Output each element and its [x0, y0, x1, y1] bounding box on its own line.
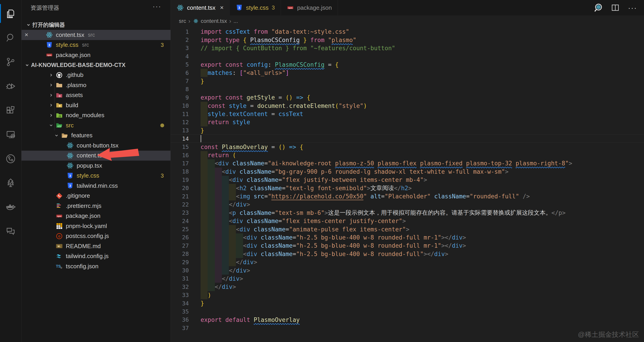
tab-style.css[interactable]: 3style.css3 — [230, 0, 281, 16]
code-line-20[interactable]: 20<h2 className="text-lg font-semibold">… — [171, 184, 644, 192]
code-line-3[interactable]: 3// import { CountButton } from "~featur… — [171, 44, 644, 52]
open-editors-section[interactable]: 打开的编辑器 — [22, 20, 170, 30]
search-icon[interactable] — [0, 26, 22, 50]
code-line-19[interactable]: 19<div className="flex justify-between i… — [171, 176, 644, 184]
code-line-26[interactable]: 26<div className="h-2.5 bg-blue-400 w-8 … — [171, 234, 644, 242]
code-line-25[interactable]: 25<div className="animate-pulse flex ite… — [171, 225, 644, 233]
code-line-21[interactable]: 21<img src="https://placehold.co/50x50" … — [171, 192, 644, 200]
code-line-28[interactable]: 28<div className="h-2.5 bg-blue-400 w-8 … — [171, 250, 644, 258]
code-line-37[interactable]: 37 — [171, 324, 644, 332]
code-line-9[interactable]: 9export const getStyle = () => { — [171, 94, 644, 102]
tab-content.tsx[interactable]: content.tsx× — [171, 0, 230, 16]
tree-item-src[interactable]: </>src — [22, 120, 170, 130]
code-line-10[interactable]: 10const style = document.createElement("… — [171, 102, 644, 110]
code-line-5[interactable]: 5export const config: PlasmoCSConfig = { — [171, 60, 644, 69]
breadcrumb-item[interactable]: ... — [233, 18, 238, 24]
code-line-24[interactable]: 24<div className="flex items-center just… — [171, 217, 644, 225]
tree-item-package.json[interactable]: npmpackage.json — [22, 211, 170, 221]
code-token: () — [278, 144, 285, 150]
tree-item-postcss.config.js[interactable]: ⚙postcss.config.js — [22, 231, 170, 241]
tree-item-content.tsx[interactable]: content.tsx — [22, 151, 170, 161]
tree-item-tsconfig.json[interactable]: TS⚙tsconfig.json — [22, 261, 170, 272]
close-icon[interactable]: × — [220, 4, 224, 11]
tree-item-assets[interactable]: ⚙assets — [22, 90, 170, 100]
code-line-7[interactable]: 7} — [171, 77, 644, 85]
code-line-27[interactable]: 27<div className="h-2.5 bg-blue-400 w-8 … — [171, 242, 644, 250]
code-token: </ — [229, 201, 236, 208]
indent-guide — [215, 234, 222, 242]
tab-package.json[interactable]: npmpackage.json — [281, 0, 338, 16]
tree-item-style.css[interactable]: 3style.css3 — [22, 171, 170, 181]
tree-item-node_modules[interactable]: JSnode_modules — [22, 110, 170, 120]
code-line-35[interactable]: 35 — [171, 308, 644, 316]
code-line-2[interactable]: 2import type { PlasmoCSConfig } from "pl… — [171, 36, 644, 44]
code-line-30[interactable]: 30</div> — [171, 266, 644, 274]
indent-guide — [222, 217, 229, 225]
run-debug-icon[interactable] — [0, 74, 22, 98]
react-file-icon — [176, 4, 184, 12]
more-actions-icon[interactable]: ··· — [627, 2, 638, 13]
chevron-right-icon — [47, 103, 56, 108]
tree-item-build[interactable]: build — [22, 100, 170, 110]
extensions-icon[interactable] — [0, 98, 22, 122]
code-line-36[interactable]: 36export default PlasmoOverlay — [171, 316, 644, 324]
breadcrumb-item[interactable]: content.tsx — [193, 18, 227, 24]
code-line-34[interactable]: 34} — [171, 299, 644, 308]
open-editor-content.tsx[interactable]: ×content.tsxsrc — [22, 30, 170, 40]
code-token: </ — [229, 267, 236, 274]
code-line-33[interactable]: 33) — [171, 291, 644, 299]
code-token: return — [208, 119, 232, 126]
code-line-14[interactable]: 14 — [171, 134, 644, 143]
breadcrumb-item[interactable]: src — [179, 18, 186, 24]
indent-guide — [200, 217, 208, 225]
code-line-6[interactable]: 6matches: ["<all_urls>"] — [171, 69, 644, 77]
code-line-1[interactable]: 1import cssText from "data-text:~style.c… — [171, 28, 644, 36]
tree-item-count-button.tsx[interactable]: count-button.tsx — [22, 140, 170, 151]
tree-item-popup.tsx[interactable]: popup.tsx — [22, 160, 170, 171]
tree-item-.github[interactable]: .github — [22, 70, 170, 80]
tree-item-features[interactable]: features — [22, 130, 170, 141]
tree-item-tailwind.config.js[interactable]: tailwind.config.js — [22, 251, 170, 262]
code-editor[interactable]: 1import cssText from "data-text:~style.c… — [171, 27, 644, 342]
explorer-more-icon[interactable]: ··· — [153, 4, 162, 8]
code-line-8[interactable]: 8 — [171, 85, 644, 94]
code-line-29[interactable]: 29</div> — [171, 258, 644, 266]
indent-guide — [208, 159, 214, 168]
indent-guide — [200, 184, 208, 192]
code-line-18[interactable]: 18<div className="bg-gray-900 p-6 rounde… — [171, 168, 644, 176]
docker-icon[interactable] — [0, 195, 22, 219]
code-line-31[interactable]: 31</div> — [171, 274, 644, 283]
tree-item-.gitignore[interactable]: .gitignore — [22, 191, 170, 201]
explorer-icon[interactable] — [0, 1, 22, 26]
code-token: "text-sm mb-6" — [275, 210, 324, 216]
todo-tree-icon[interactable] — [0, 171, 22, 195]
code-token: div — [218, 160, 229, 167]
project-section[interactable]: AI-KNOWLEDGE-BASE-DEMO-CTX — [22, 60, 170, 70]
split-editor-icon[interactable] — [610, 2, 620, 13]
code-line-32[interactable]: 32</div> — [171, 283, 644, 291]
code-line-23[interactable]: 23<p className="text-sm mb-6">这是一段示例文本，用… — [171, 209, 644, 217]
code-token: plasmo-right-8 — [516, 160, 565, 167]
open-editor-package.json[interactable]: npmpackage.json — [22, 50, 170, 60]
code-line-22[interactable]: 22</div> — [171, 200, 644, 208]
remote-explorer-icon[interactable] — [0, 122, 22, 146]
react-devtools-search-icon[interactable] — [593, 2, 603, 13]
code-line-17[interactable]: 17<div className="ai-knowledge-root plas… — [171, 159, 644, 168]
source-control-icon[interactable] — [0, 50, 22, 74]
close-icon[interactable]: × — [22, 31, 32, 38]
code-line-16[interactable]: 16return ( — [171, 151, 644, 159]
tree-item-tailwind.min.css[interactable]: 3tailwind.min.css — [22, 181, 170, 191]
code-line-4[interactable]: 4 — [171, 52, 644, 60]
code-line-11[interactable]: 11style.textContent = cssText — [171, 110, 644, 118]
code-token: document — [257, 102, 285, 109]
code-line-13[interactable]: 13} — [171, 126, 644, 134]
tree-item-.prettierrc.mjs[interactable]: .prettierrc.mjs — [22, 201, 170, 211]
code-line-12[interactable]: 12return style — [171, 118, 644, 126]
tree-item-pnpm-lock.yaml[interactable]: pnpm-lock.yaml — [22, 221, 170, 231]
git-graph-icon[interactable] — [0, 146, 22, 171]
code-line-15[interactable]: 15const PlasmoOverlay = () => { — [171, 143, 644, 151]
tree-item-.plasmo[interactable]: .plasmo — [22, 80, 170, 90]
open-editor-style.css[interactable]: 3style.csssrc3 — [22, 40, 170, 50]
comments-icon[interactable] — [0, 219, 22, 244]
tree-item-README.md[interactable]: M↓README.md — [22, 241, 170, 251]
